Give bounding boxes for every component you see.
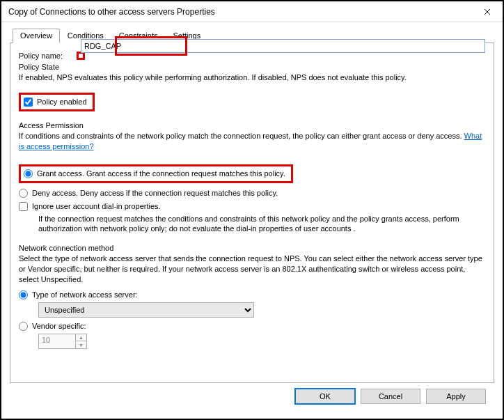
window-title: Copy of Connections to other access serv… — [8, 7, 215, 17]
network-method-title: Network connection method — [19, 244, 485, 252]
apply-button[interactable]: Apply — [426, 389, 486, 404]
grant-access-input[interactable] — [24, 169, 33, 178]
nas-type-radio[interactable]: Type of network access server: — [19, 290, 485, 300]
access-permission-desc: If conditions and constraints of the net… — [19, 131, 485, 152]
deny-access-input[interactable] — [19, 189, 28, 198]
policy-enabled-input[interactable] — [24, 98, 33, 107]
nas-type-label: Type of network access server: — [32, 290, 138, 299]
tab-panel-overview: Policy name: RDG_CAP Policy name: Policy… — [10, 43, 494, 383]
policy-state-title: Policy State — [19, 63, 485, 71]
nas-type-select[interactable]: Unspecified — [38, 302, 254, 318]
vendor-specific-spinner[interactable]: 10 ▲ ▼ — [38, 334, 87, 349]
vendor-specific-radio[interactable]: Vendor specific: — [19, 322, 485, 331]
grant-access-radio[interactable]: Grant access. Grant access if the connec… — [24, 169, 285, 178]
policy-enabled-checkbox[interactable]: Policy enabled — [24, 98, 87, 107]
ignore-dialin-input[interactable] — [19, 202, 28, 211]
deny-access-radio[interactable]: Deny access. Deny access if the connecti… — [19, 189, 485, 198]
highlight-grant-access: Grant access. Grant access if the connec… — [19, 164, 293, 183]
spinner-up-icon[interactable]: ▲ — [76, 334, 86, 342]
vendor-specific-value: 10 — [39, 334, 75, 348]
nas-type-input[interactable] — [19, 290, 28, 300]
title-bar: Copy of Connections to other access serv… — [1, 1, 503, 22]
spinner-down-icon[interactable]: ▼ — [76, 341, 86, 348]
grant-access-label: Grant access. Grant access if the connec… — [37, 169, 285, 178]
cancel-button[interactable]: Cancel — [361, 389, 420, 404]
group-network-method: Network connection method Select the typ… — [19, 244, 485, 349]
policy-name-input[interactable] — [81, 39, 485, 53]
vendor-specific-label: Vendor specific: — [32, 322, 86, 330]
close-button[interactable] — [471, 1, 503, 22]
ok-button[interactable]: OK — [295, 389, 355, 404]
group-access-permission: Access Permission If conditions and cons… — [19, 121, 485, 234]
access-permission-title: Access Permission — [19, 121, 485, 130]
policy-state-desc: If enabled, NPS evaluates this policy wh… — [19, 72, 485, 83]
ignore-dialin-label: Ignore user account dial-in properties. — [32, 202, 161, 210]
network-method-desc: Select the type of network access server… — [19, 254, 485, 285]
ignore-dialin-desc: If the connection request matches the co… — [38, 214, 485, 235]
group-policy-state: Policy State If enabled, NPS evaluates t… — [19, 63, 485, 111]
policy-enabled-label: Policy enabled — [37, 98, 87, 106]
close-icon — [484, 8, 491, 15]
ignore-dialin-checkbox[interactable]: Ignore user account dial-in properties. — [19, 202, 485, 211]
vendor-specific-input[interactable] — [19, 322, 28, 331]
deny-access-label: Deny access. Deny access if the connecti… — [32, 189, 278, 197]
highlight-policy-enabled: Policy enabled — [19, 93, 95, 111]
dialog-button-row: OK Cancel Apply — [10, 383, 494, 404]
